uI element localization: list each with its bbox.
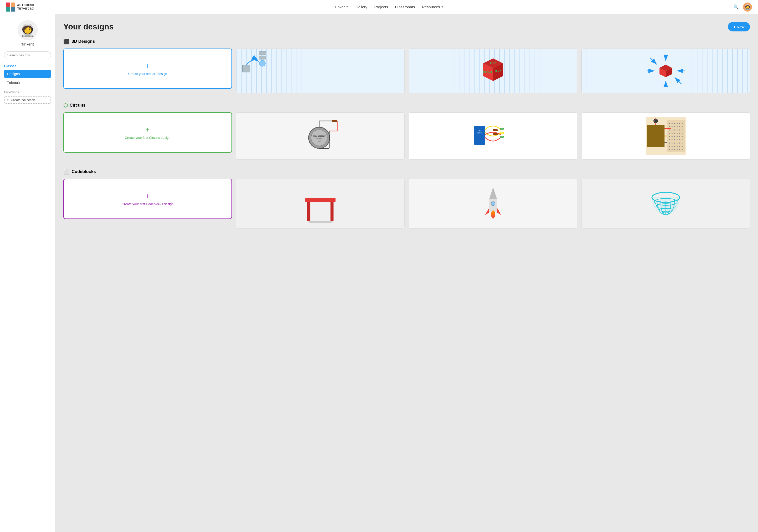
svg-point-55 <box>669 126 670 127</box>
user-avatar[interactable]: 🧑‍🚀 <box>17 20 38 40</box>
section-codeblocks: ⬜ Codeblocks + Create your first Codeblo… <box>63 169 750 229</box>
table-svg <box>303 188 338 223</box>
svg-point-73 <box>669 136 670 137</box>
nav-item-projects[interactable]: Projects <box>374 5 388 9</box>
main-content: Your designs + New ⬛ 3D Designs + Create… <box>55 14 758 532</box>
svg-rect-48 <box>667 120 685 152</box>
logo-i <box>11 3 15 7</box>
svg-rect-46 <box>493 133 498 135</box>
circuits-icon: ⬡ <box>63 102 68 108</box>
svg-rect-103 <box>647 125 665 147</box>
3d-design-grid: + Create your first 3D design <box>63 49 750 93</box>
svg-rect-112 <box>307 202 310 221</box>
basket-svg <box>648 187 683 220</box>
svg-point-88 <box>676 143 677 144</box>
sidebar: 🧑‍🚀 TinkerIt Classes Designs Tutorials C… <box>0 14 55 532</box>
design-card-table[interactable]: Table <box>236 179 405 229</box>
svg-point-50 <box>672 123 672 124</box>
nav-item-tinker[interactable]: Tinker ▼ <box>334 5 348 9</box>
codeblocks-design-grid: + Create your first Codeblocks design <box>63 179 750 229</box>
create-circuits-card[interactable]: + Create your first Circuits design <box>63 112 232 153</box>
design-card-view-it[interactable]: TOP FRONT RIGHT View It TOP Front <box>409 49 577 93</box>
svg-point-69 <box>674 133 675 134</box>
sidebar-item-designs[interactable]: Designs <box>4 70 51 78</box>
svg-point-68 <box>672 133 672 134</box>
search-input[interactable] <box>4 51 51 59</box>
svg-point-42 <box>500 136 503 138</box>
svg-text:FRONT: FRONT <box>483 71 492 74</box>
thumbnail-wiring <box>582 113 750 160</box>
sidebar-item-tutorials[interactable]: Tutorials <box>4 79 51 87</box>
svg-point-109 <box>655 120 657 122</box>
design-card-simulate[interactable]: COIN BATTERY CR2032 3.1V <box>236 112 405 160</box>
svg-point-89 <box>679 143 680 144</box>
section-circuits: ⬡ Circuits + Create your first Circuits … <box>63 102 750 160</box>
svg-point-76 <box>676 136 677 137</box>
navbar: AUTODESK Tinkercad Tinker ▼ Gallery Proj… <box>0 0 758 14</box>
svg-rect-43 <box>493 129 498 131</box>
svg-point-72 <box>682 133 683 134</box>
svg-line-18 <box>650 58 657 64</box>
svg-point-60 <box>682 126 683 127</box>
svg-point-79 <box>669 139 670 140</box>
nav-item-gallery[interactable]: Gallery <box>355 5 367 9</box>
create-collection-button[interactable]: ✦ Create collection <box>4 96 51 104</box>
svg-point-100 <box>676 149 677 150</box>
thumbnail-basket <box>582 179 750 228</box>
thumbnail-editing: TX•1 RX•0 <box>409 113 577 160</box>
svg-point-80 <box>672 139 672 140</box>
simulate-svg: COIN BATTERY CR2032 3.1V <box>300 117 341 155</box>
place-it-svg <box>236 49 266 79</box>
svg-text:RX•0: RX•0 <box>477 132 481 134</box>
codeblocks-icon: ⬜ <box>63 169 70 175</box>
page-header: Your designs + New <box>63 22 750 31</box>
thumbnail-simulate: COIN BATTERY CR2032 3.1V <box>236 113 404 160</box>
nav-item-resources[interactable]: Resources ▼ <box>422 5 444 9</box>
svg-point-94 <box>676 146 677 147</box>
search-icon[interactable]: 🔍 <box>733 4 739 10</box>
create-3d-card[interactable]: + Create your first 3D design <box>63 49 232 89</box>
svg-point-22 <box>311 130 327 146</box>
card-label-table: Table <box>236 228 404 229</box>
avatar[interactable]: 🧑‍🚀 <box>743 3 752 12</box>
design-card-basket[interactable]: Basket <box>581 179 750 229</box>
thumbnail-view-it: TOP FRONT RIGHT <box>409 49 577 93</box>
svg-text:COIN BATTERY: COIN BATTERY <box>313 135 326 137</box>
nav-item-classrooms[interactable]: Classrooms <box>395 5 415 9</box>
section-title-codeblocks: ⬜ Codeblocks <box>63 169 750 175</box>
section-3d: ⬛ 3D Designs + Create your first 3D desi… <box>63 38 750 93</box>
svg-point-71 <box>679 133 680 134</box>
logo-tinkercad: Tinkercad <box>17 7 35 10</box>
svg-point-93 <box>674 146 675 147</box>
svg-point-92 <box>672 146 672 147</box>
classes-label[interactable]: Classes <box>4 64 51 68</box>
svg-point-62 <box>672 129 672 130</box>
brand-logo[interactable]: AUTODESK Tinkercad <box>6 3 35 12</box>
new-design-button[interactable]: + New <box>728 22 750 31</box>
svg-point-65 <box>679 129 680 130</box>
design-card-place-it[interactable]: Place It <box>236 49 405 93</box>
design-card-editing[interactable]: TX•1 RX•0 <box>409 112 577 160</box>
design-card-rocket[interactable]: Rocket to Mars <box>409 179 577 229</box>
svg-point-81 <box>674 139 675 140</box>
svg-point-77 <box>679 136 680 137</box>
plus-icon-3d: + <box>146 62 150 70</box>
sidebar-user: 🧑‍🚀 TinkerIt <box>4 20 51 46</box>
svg-rect-3 <box>259 56 266 59</box>
svg-marker-118 <box>497 207 501 215</box>
create-3d-label: Create your first 3D design <box>125 72 170 76</box>
svg-point-96 <box>682 146 683 147</box>
3d-icon: ⬛ <box>63 38 70 45</box>
svg-point-82 <box>676 139 677 140</box>
create-codeblocks-card[interactable]: + Create your first Codeblocks design <box>63 179 232 219</box>
design-card-move-it[interactable]: Move It <box>581 49 750 93</box>
svg-point-74 <box>672 136 672 137</box>
svg-point-99 <box>674 149 675 150</box>
svg-rect-113 <box>330 202 333 221</box>
logo-k <box>11 7 15 12</box>
svg-point-56 <box>672 126 672 127</box>
logo-text: AUTODESK Tinkercad <box>17 4 35 10</box>
design-card-wiring[interactable]: Wiring Components <box>581 112 750 160</box>
plus-icon-circuits: + <box>146 126 150 134</box>
svg-point-61 <box>669 129 670 130</box>
